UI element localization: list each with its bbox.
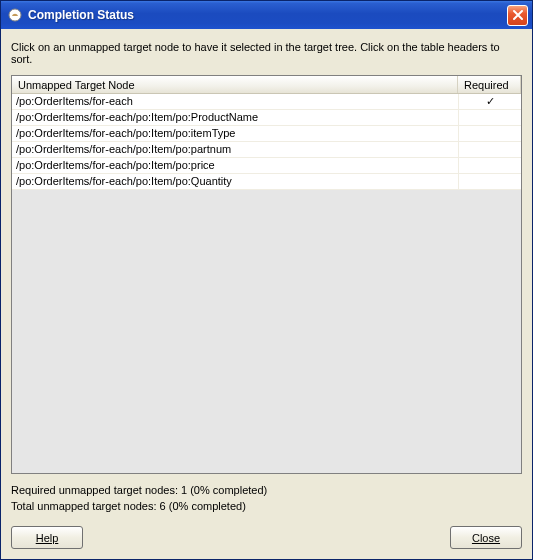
cell-node-path: /po:OrderItems/for-each/po:Item/po:Produ… — [12, 110, 458, 125]
table-header: Unmapped Target Node Required — [12, 76, 521, 94]
table-row[interactable]: /po:OrderItems/for-each/po:Item/po:Quant… — [12, 174, 521, 190]
cell-required — [458, 126, 521, 141]
cell-required — [458, 142, 521, 157]
cell-node-path: /po:OrderItems/for-each/po:Item/po:Quant… — [12, 174, 458, 189]
cell-required — [458, 174, 521, 189]
stats-block: Required unmapped target nodes: 1 (0% co… — [11, 482, 522, 514]
close-button[interactable] — [507, 5, 528, 26]
column-header-required[interactable]: Required — [458, 76, 521, 93]
titlebar: Completion Status — [1, 1, 532, 29]
table-row[interactable]: /po:OrderItems/for-each/po:Item/po:Produ… — [12, 110, 521, 126]
title-text: Completion Status — [28, 8, 507, 22]
table-body: /po:OrderItems/for-each✓/po:OrderItems/f… — [12, 94, 521, 190]
cell-node-path: /po:OrderItems/for-each/po:Item/po:price — [12, 158, 458, 173]
unmapped-nodes-table: Unmapped Target Node Required /po:OrderI… — [11, 75, 522, 474]
cell-node-path: /po:OrderItems/for-each — [12, 94, 458, 109]
button-row: Help Close — [11, 526, 522, 549]
close-label: Close — [472, 532, 500, 544]
table-row[interactable]: /po:OrderItems/for-each/po:Item/po:itemT… — [12, 126, 521, 142]
table-row[interactable]: /po:OrderItems/for-each✓ — [12, 94, 521, 110]
close-icon — [512, 9, 524, 21]
cell-required — [458, 110, 521, 125]
table-row[interactable]: /po:OrderItems/for-each/po:Item/po:partn… — [12, 142, 521, 158]
help-button[interactable]: Help — [11, 526, 83, 549]
total-stats: Total unmapped target nodes: 6 (0% compl… — [11, 498, 522, 514]
cell-required — [458, 158, 521, 173]
completion-status-dialog: Completion Status Click on an unmapped t… — [0, 0, 533, 560]
app-icon — [7, 7, 23, 23]
table-empty-area — [12, 190, 521, 473]
close-dialog-button[interactable]: Close — [450, 526, 522, 549]
required-stats: Required unmapped target nodes: 1 (0% co… — [11, 482, 522, 498]
cell-required: ✓ — [458, 94, 521, 109]
help-label: Help — [36, 532, 59, 544]
instruction-text: Click on an unmapped target node to have… — [11, 41, 522, 65]
cell-node-path: /po:OrderItems/for-each/po:Item/po:partn… — [12, 142, 458, 157]
table-row[interactable]: /po:OrderItems/for-each/po:Item/po:price — [12, 158, 521, 174]
cell-node-path: /po:OrderItems/for-each/po:Item/po:itemT… — [12, 126, 458, 141]
column-header-node[interactable]: Unmapped Target Node — [12, 76, 458, 93]
dialog-body: Click on an unmapped target node to have… — [1, 29, 532, 559]
